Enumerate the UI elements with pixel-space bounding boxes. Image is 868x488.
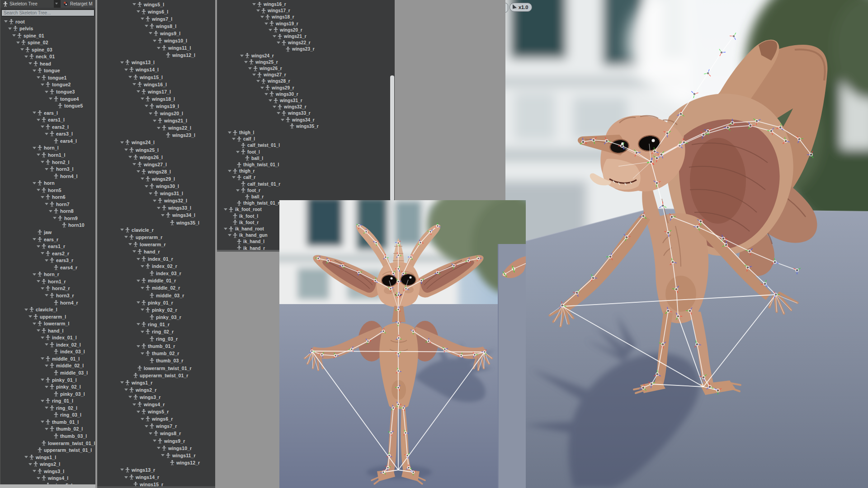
tree-row[interactable]: wings16_l [132,81,167,88]
expander-arrow-icon[interactable] [37,280,40,282]
tree-row[interactable]: spine_03 [20,46,52,53]
tree-row[interactable]: wings3_l [33,468,64,474]
expander-arrow-icon[interactable] [120,141,124,144]
expander-arrow-icon[interactable] [141,309,144,311]
tree-row[interactable]: ball_r [240,194,264,200]
expander-arrow-icon[interactable] [149,113,152,115]
expander-arrow-icon[interactable] [277,112,280,114]
tree-row[interactable]: ball_l [240,155,263,161]
expander-arrow-icon[interactable] [132,3,136,5]
tree-row[interactable]: wings31_r [269,98,302,103]
tree-row[interactable]: tongue2 [41,81,71,88]
expander-arrow-icon[interactable] [252,3,256,5]
expander-arrow-icon[interactable] [153,40,156,42]
tree-row[interactable]: horn10 [57,222,85,229]
tree-row[interactable]: horn5 [37,187,61,193]
tree-row[interactable]: horn3_l [45,166,74,173]
tree-row[interactable]: wings12_r [165,459,200,466]
expander-arrow-icon[interactable] [141,178,144,180]
expander-arrow-icon[interactable] [41,161,44,163]
tree-row[interactable]: spine_01 [12,32,44,39]
tree-row[interactable]: horn2_l [41,159,70,165]
expander-arrow-icon[interactable] [120,381,124,384]
tree-row[interactable]: middle_01_r [137,277,176,284]
expander-arrow-icon[interactable] [37,329,40,332]
tree-row[interactable]: thigh_twist_01_l [232,162,279,168]
tree-row[interactable]: index_01_r [137,256,173,263]
tree-row[interactable]: horn8 [49,208,74,215]
tree-row[interactable]: pinky_03_r [145,314,181,320]
tree-row[interactable]: calf_r [232,174,255,180]
expander-arrow-icon[interactable] [244,61,248,63]
expander-arrow-icon[interactable] [137,170,140,173]
expander-arrow-icon[interactable] [260,16,264,18]
tree-row[interactable]: ik_foot_r [228,220,259,225]
expander-arrow-icon[interactable] [161,454,165,456]
expander-arrow-icon[interactable] [224,228,227,230]
expander-arrow-icon[interactable] [141,352,144,355]
expander-arrow-icon[interactable] [49,210,52,212]
tree-row[interactable]: tongue4 [49,95,79,102]
tree-row[interactable]: ears3_l [45,131,73,137]
tree-row[interactable]: thigh_r [228,168,255,174]
expander-arrow-icon[interactable] [33,70,36,72]
expander-arrow-icon[interactable] [224,208,227,211]
expander-arrow-icon[interactable] [41,196,44,198]
tree-row[interactable]: pinky_01_l [41,376,77,383]
expander-arrow-icon[interactable] [120,469,124,471]
expander-arrow-icon[interactable] [281,119,284,121]
tree-row[interactable]: middle_03_l [49,370,88,376]
expander-arrow-icon[interactable] [124,236,128,238]
expander-arrow-icon[interactable] [128,396,132,398]
tree-row[interactable]: horn6 [41,194,66,201]
tree-row[interactable]: wings20_r [269,27,302,33]
expander-arrow-icon[interactable] [269,99,272,102]
tree-row[interactable]: thumb_01_l [41,418,79,425]
expander-arrow-icon[interactable] [53,217,57,219]
tree-row[interactable]: wings8_l [145,23,176,29]
tree-row[interactable]: thigh_l [228,130,254,136]
tree-row[interactable]: wings30_r [264,91,298,97]
tree-row[interactable]: ears2_r [41,250,69,257]
expander-arrow-icon[interactable] [20,48,24,51]
tree-row[interactable]: wings17_r [256,8,290,14]
tree-row[interactable]: clavicle_r [120,226,154,233]
expander-arrow-icon[interactable] [141,265,144,267]
expander-arrow-icon[interactable] [28,463,32,465]
tree-row[interactable]: horn4_r [49,299,78,306]
tree-row[interactable]: thumb_03_r [145,357,184,364]
tree-row[interactable]: foot_r [236,188,260,193]
tree-row[interactable]: head [28,60,51,67]
tree-row[interactable]: wings24_l [120,139,155,146]
expander-arrow-icon[interactable] [45,91,48,93]
tree-row[interactable]: horn1_r [37,278,66,285]
expander-arrow-icon[interactable] [45,343,48,346]
tree-row[interactable]: thumb_02_r [141,350,179,357]
tree-row[interactable]: middle_02_r [141,285,180,291]
expander-arrow-icon[interactable] [4,20,8,23]
tree-row[interactable]: wings13_r [120,466,155,473]
expander-arrow-icon[interactable] [45,133,48,135]
expander-arrow-icon[interactable] [33,112,36,114]
tree-row[interactable]: wings24_r [240,53,274,59]
tree-row[interactable]: thumb_01_r [137,343,175,350]
tree-row[interactable]: wings20_l [149,110,183,117]
tree-row[interactable]: pelvis [8,25,33,32]
expander-arrow-icon[interactable] [228,131,231,134]
expander-arrow-icon[interactable] [157,207,160,209]
tree-row[interactable]: ears3_r [45,257,73,264]
expander-arrow-icon[interactable] [145,425,148,427]
expander-arrow-icon[interactable] [137,10,140,13]
tree-row[interactable]: ring_01_r [137,321,170,328]
expander-arrow-icon[interactable] [260,87,264,89]
tree-row[interactable]: wings14_l [124,66,159,73]
tree-row[interactable]: wings8_r [149,430,181,437]
expander-arrow-icon[interactable] [145,105,148,107]
tree-row[interactable]: wings14_r [124,474,159,481]
tab-retarget-manager[interactable]: Retarget M [61,0,95,8]
expander-arrow-icon[interactable] [45,168,48,170]
tree-row[interactable]: wings18_r [260,14,294,20]
expander-arrow-icon[interactable] [33,238,36,240]
tree-row[interactable]: wings7_l [141,15,172,22]
search-input[interactable] [1,9,94,16]
